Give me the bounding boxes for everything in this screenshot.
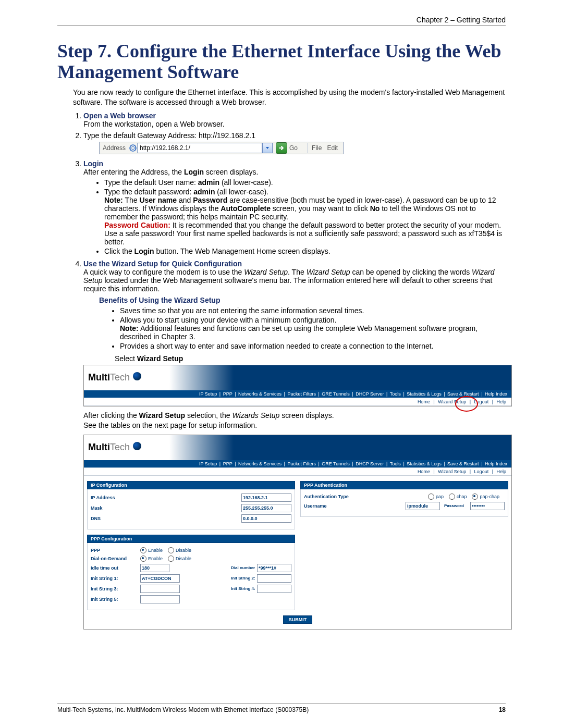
init-string-1-input[interactable] [140,574,180,583]
multitech-logo-2: MultiTech [88,442,141,453]
init-string-2-input[interactable] [257,574,291,583]
w-menu-save[interactable]: Save & Restart [447,461,479,466]
wizard-setup-screenshot: MultiTech IP Setup | PPP | Networks & Se… [83,435,512,630]
submit-button[interactable]: SUBMIT [283,615,313,624]
menu-save-restart[interactable]: Save & Restart [447,391,479,397]
mask-input[interactable] [241,504,291,512]
w-submenu-home[interactable]: Home [418,469,430,474]
address-input[interactable] [137,143,262,153]
idle-timeout-label: Idle time out [91,565,140,571]
multitech-logo: MultiTech [88,372,141,383]
menu-ip-setup[interactable]: IP Setup [199,391,217,397]
w-menu-tools[interactable]: Tools [390,461,401,466]
dial-number-input[interactable] [257,564,291,572]
submenu-home[interactable]: Home [418,399,430,404]
bullet-password: Type the default password: admin (all lo… [104,188,506,246]
w-menu-help-index[interactable]: Help Index [485,461,507,466]
dod-disable-radio[interactable] [168,556,174,562]
auth-papchap-radio[interactable] [472,493,478,500]
w-menu-packet-filters[interactable]: Packet Filters [287,461,316,466]
init-string-5-label: Init String 5: [91,597,140,602]
dns-input[interactable] [241,514,291,523]
submenu-help[interactable]: Help [496,399,506,404]
w-submenu-wizard[interactable]: Wizard Setup [438,469,466,474]
dns-label: DNS [91,516,140,521]
w-submenu-help[interactable]: Help [496,469,506,474]
address-bar: Address Go File Edit [99,142,344,154]
ppp-label: PPP [91,548,140,553]
go-label: Go [289,144,298,152]
ip-config-header: IP Configuration [87,481,295,489]
address-dropdown[interactable] [262,143,273,153]
auth-type-label: Authentication Type [304,494,361,499]
select-wizard-line: Select Wizard Setup [115,354,506,363]
intro-paragraph: You are now ready to configure the Ether… [73,88,506,107]
auth-chap-radio[interactable] [449,493,455,500]
init-string-4-input[interactable] [257,585,291,593]
menu-gre-tunnels[interactable]: GRE Tunnels [322,391,350,397]
footer-left: Multi-Tech Systems, Inc. MultiModem Wire… [57,706,309,713]
w-menu-stats[interactable]: Statistics & Logs [407,461,442,466]
w-menu-ip-setup[interactable]: IP Setup [199,461,217,466]
menu-dhcp-server[interactable]: DHCP Server [356,391,384,397]
step-2-text: Type the default Gateway Address: http:/… [83,131,255,140]
idle-timeout-input[interactable] [140,564,169,572]
webui-main-menu: IP Setup | PPP | Networks & Services | P… [84,390,511,398]
footer-page-number: 18 [499,706,506,713]
webui-menubar-screenshot: MultiTech IP Setup | PPP | Networks & Se… [83,365,512,406]
menu-networks[interactable]: Networks & Services [238,391,282,397]
step-2: Type the default Gateway Address: http:/… [83,131,506,156]
password-input[interactable] [470,502,505,510]
ppp-config-header: PPP Configuration [87,535,295,543]
svg-point-0 [130,145,136,151]
step-4-paragraph: A quick way to configure the modem is to… [83,268,494,293]
go-button[interactable] [276,142,287,154]
menu-statistics[interactable]: Statistics & Logs [407,391,442,397]
menu-help-index[interactable]: Help Index [485,391,507,397]
username-input[interactable] [406,502,440,510]
ppp-auth-header: PPP Authentication [300,481,508,489]
menu-file[interactable]: File [312,144,322,152]
menu-tools[interactable]: Tools [390,391,401,397]
menu-edit[interactable]: Edit [327,144,338,152]
page-title: Step 7. Configure the Ethernet Interface… [57,41,506,82]
webui-submenu: Home | Wizard Setup | Logout | Help [84,398,511,406]
ppp-enable-radio[interactable] [140,547,146,553]
init-string-5-input[interactable] [140,595,180,603]
init-string-3-input[interactable] [140,585,180,593]
username-label: Username [304,503,340,509]
menu-ppp[interactable]: PPP [223,391,232,397]
step-3-text: After entering the Address, the Login sc… [83,168,258,176]
mask-label: Mask [91,505,140,511]
menu-packet-filters[interactable]: Packet Filters [287,391,316,397]
benefit-2: Allows you to start using your device wi… [120,316,506,341]
step-4-heading: Use the Wizard Setup for Quick Configura… [83,260,242,268]
ppp-disable-radio[interactable] [168,547,174,553]
init-string-4-label: Init String 4: [231,586,257,591]
w-menu-networks[interactable]: Networks & Services [238,461,282,466]
note-paragraph: Note: The User name and Password are cas… [104,196,506,221]
separator [307,143,308,153]
wizard-top-banner: MultiTech [84,435,511,460]
init-string-2-label: Init String 2: [231,576,257,581]
w-menu-gre[interactable]: GRE Tunnels [322,461,350,466]
dial-number-label: Dial number [231,565,257,570]
address-label: Address [100,144,129,152]
w-menu-ppp[interactable]: PPP [223,461,232,466]
step-3: Login After entering the Address, the Lo… [83,159,506,255]
w-menu-dhcp[interactable]: DHCP Server [356,461,384,466]
ie-icon [129,144,137,152]
step-1-text: From the workstation, open a Web browser… [83,120,225,128]
w-submenu-logout[interactable]: Logout [474,469,489,474]
red-circle-annotation [455,396,478,412]
dod-enable-radio[interactable] [140,556,146,562]
webui-top-banner: MultiTech [84,365,511,390]
wizard-submenu: Home | Wizard Setup | Logout | Help [84,468,511,476]
auth-pap-radio[interactable] [428,493,434,500]
ip-address-label: IP Address [91,495,140,500]
step-3-heading: Login [83,159,103,168]
bullet-username: Type the default User name: admin (all l… [104,178,506,187]
ip-address-input[interactable] [241,493,291,502]
benefit-3: Provides a short way to enter and save i… [120,342,506,350]
after-click-paragraph: After clicking the Wizard Setup selectio… [83,411,506,430]
